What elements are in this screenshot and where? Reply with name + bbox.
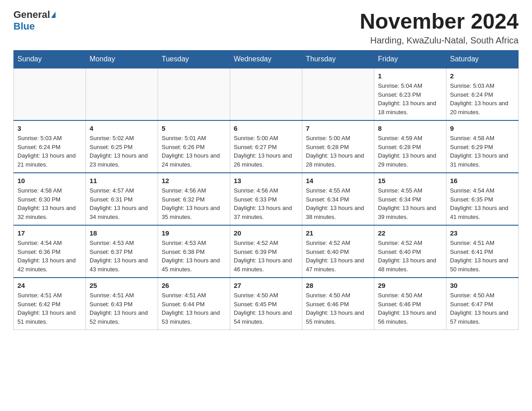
day-info: Sunrise: 4:51 AM Sunset: 6:41 PM Dayligh… xyxy=(450,239,515,274)
day-number: 19 xyxy=(162,229,226,237)
calendar-cell xyxy=(86,68,158,120)
day-number: 21 xyxy=(306,229,370,237)
day-info: Sunrise: 5:03 AM Sunset: 6:24 PM Dayligh… xyxy=(450,81,515,116)
day-info: Sunrise: 4:54 AM Sunset: 6:35 PM Dayligh… xyxy=(450,186,515,221)
title-block: November 2024 Harding, KwaZulu-Natal, So… xyxy=(360,9,519,46)
day-number: 7 xyxy=(306,124,370,132)
calendar-cell: 11Sunrise: 4:57 AM Sunset: 6:31 PM Dayli… xyxy=(86,173,158,225)
day-info: Sunrise: 4:56 AM Sunset: 6:32 PM Dayligh… xyxy=(162,186,226,221)
calendar-table: SundayMondayTuesdayWednesdayThursdayFrid… xyxy=(13,50,519,330)
header-thursday: Thursday xyxy=(302,51,374,68)
calendar-cell: 26Sunrise: 4:51 AM Sunset: 6:44 PM Dayli… xyxy=(158,278,230,330)
calendar-cell: 19Sunrise: 4:53 AM Sunset: 6:38 PM Dayli… xyxy=(158,225,230,278)
day-number: 14 xyxy=(306,177,370,184)
day-info: Sunrise: 4:56 AM Sunset: 6:33 PM Dayligh… xyxy=(234,186,298,221)
day-info: Sunrise: 4:59 AM Sunset: 6:28 PM Dayligh… xyxy=(378,134,442,169)
day-info: Sunrise: 5:04 AM Sunset: 6:23 PM Dayligh… xyxy=(378,81,442,116)
day-number: 12 xyxy=(162,177,226,184)
calendar-cell: 28Sunrise: 4:50 AM Sunset: 6:46 PM Dayli… xyxy=(302,278,374,330)
calendar-cell: 15Sunrise: 4:55 AM Sunset: 6:34 PM Dayli… xyxy=(374,173,446,225)
calendar-cell xyxy=(14,68,86,120)
day-info: Sunrise: 4:51 AM Sunset: 6:42 PM Dayligh… xyxy=(17,291,82,326)
day-number: 11 xyxy=(90,177,154,184)
day-info: Sunrise: 4:54 AM Sunset: 6:36 PM Dayligh… xyxy=(17,239,82,274)
day-info: Sunrise: 5:00 AM Sunset: 6:27 PM Dayligh… xyxy=(234,134,298,169)
calendar-cell: 27Sunrise: 4:50 AM Sunset: 6:45 PM Dayli… xyxy=(230,278,302,330)
day-number: 2 xyxy=(450,72,515,80)
calendar-cell: 10Sunrise: 4:58 AM Sunset: 6:30 PM Dayli… xyxy=(14,173,86,225)
day-info: Sunrise: 4:58 AM Sunset: 6:30 PM Dayligh… xyxy=(17,186,82,221)
logo-triangle-icon xyxy=(51,12,56,18)
calendar-cell: 20Sunrise: 4:52 AM Sunset: 6:39 PM Dayli… xyxy=(230,225,302,278)
calendar-week-4: 17Sunrise: 4:54 AM Sunset: 6:36 PM Dayli… xyxy=(14,225,519,278)
calendar-cell: 23Sunrise: 4:51 AM Sunset: 6:41 PM Dayli… xyxy=(446,225,519,278)
calendar-cell: 13Sunrise: 4:56 AM Sunset: 6:33 PM Dayli… xyxy=(230,173,302,225)
day-number: 20 xyxy=(234,229,298,237)
day-info: Sunrise: 4:58 AM Sunset: 6:29 PM Dayligh… xyxy=(450,134,515,169)
header-friday: Friday xyxy=(374,51,446,68)
day-number: 15 xyxy=(378,177,442,184)
day-info: Sunrise: 4:51 AM Sunset: 6:44 PM Dayligh… xyxy=(162,291,226,326)
day-number: 9 xyxy=(450,124,515,132)
day-info: Sunrise: 4:52 AM Sunset: 6:40 PM Dayligh… xyxy=(306,239,370,274)
header-wednesday: Wednesday xyxy=(230,51,302,68)
calendar-cell: 14Sunrise: 4:55 AM Sunset: 6:34 PM Dayli… xyxy=(302,173,374,225)
main-title: November 2024 xyxy=(360,9,519,34)
calendar-week-5: 24Sunrise: 4:51 AM Sunset: 6:42 PM Dayli… xyxy=(14,278,519,330)
header-sunday: Sunday xyxy=(14,51,86,68)
day-info: Sunrise: 4:50 AM Sunset: 6:45 PM Dayligh… xyxy=(234,291,298,326)
day-number: 10 xyxy=(17,177,82,184)
day-info: Sunrise: 5:01 AM Sunset: 6:26 PM Dayligh… xyxy=(162,134,226,169)
logo-general-text: General xyxy=(13,9,50,21)
day-number: 23 xyxy=(450,229,515,237)
calendar-week-3: 10Sunrise: 4:58 AM Sunset: 6:30 PM Dayli… xyxy=(14,173,519,225)
day-info: Sunrise: 4:50 AM Sunset: 6:46 PM Dayligh… xyxy=(306,291,370,326)
day-number: 27 xyxy=(234,282,298,289)
header-monday: Monday xyxy=(86,51,158,68)
calendar-cell xyxy=(230,68,302,120)
calendar-week-2: 3Sunrise: 5:03 AM Sunset: 6:24 PM Daylig… xyxy=(14,120,519,173)
calendar-cell: 1Sunrise: 5:04 AM Sunset: 6:23 PM Daylig… xyxy=(374,68,446,120)
calendar-header-row: SundayMondayTuesdayWednesdayThursdayFrid… xyxy=(14,51,519,68)
subtitle: Harding, KwaZulu-Natal, South Africa xyxy=(360,35,519,46)
day-info: Sunrise: 5:02 AM Sunset: 6:25 PM Dayligh… xyxy=(90,134,154,169)
day-info: Sunrise: 4:52 AM Sunset: 6:39 PM Dayligh… xyxy=(234,239,298,274)
day-number: 16 xyxy=(450,177,515,184)
day-info: Sunrise: 4:51 AM Sunset: 6:43 PM Dayligh… xyxy=(90,291,154,326)
logo: General Blue xyxy=(13,9,56,32)
day-info: Sunrise: 4:52 AM Sunset: 6:40 PM Dayligh… xyxy=(378,239,442,274)
header-saturday: Saturday xyxy=(446,51,519,68)
calendar-week-1: 1Sunrise: 5:04 AM Sunset: 6:23 PM Daylig… xyxy=(14,68,519,120)
day-number: 22 xyxy=(378,229,442,237)
logo-blue-text: Blue xyxy=(13,21,35,32)
calendar-cell: 6Sunrise: 5:00 AM Sunset: 6:27 PM Daylig… xyxy=(230,120,302,173)
day-number: 1 xyxy=(378,72,442,80)
calendar-cell: 9Sunrise: 4:58 AM Sunset: 6:29 PM Daylig… xyxy=(446,120,519,173)
calendar-cell: 21Sunrise: 4:52 AM Sunset: 6:40 PM Dayli… xyxy=(302,225,374,278)
calendar-cell: 18Sunrise: 4:53 AM Sunset: 6:37 PM Dayli… xyxy=(86,225,158,278)
day-number: 6 xyxy=(234,124,298,132)
header-tuesday: Tuesday xyxy=(158,51,230,68)
day-number: 30 xyxy=(450,282,515,289)
day-number: 28 xyxy=(306,282,370,289)
day-info: Sunrise: 5:00 AM Sunset: 6:28 PM Dayligh… xyxy=(306,134,370,169)
day-info: Sunrise: 5:03 AM Sunset: 6:24 PM Dayligh… xyxy=(17,134,82,169)
day-info: Sunrise: 4:50 AM Sunset: 6:47 PM Dayligh… xyxy=(450,291,515,326)
calendar-cell: 22Sunrise: 4:52 AM Sunset: 6:40 PM Dayli… xyxy=(374,225,446,278)
calendar-cell: 24Sunrise: 4:51 AM Sunset: 6:42 PM Dayli… xyxy=(14,278,86,330)
day-number: 17 xyxy=(17,229,82,237)
calendar-cell: 5Sunrise: 5:01 AM Sunset: 6:26 PM Daylig… xyxy=(158,120,230,173)
day-number: 29 xyxy=(378,282,442,289)
page-header: General Blue November 2024 Harding, KwaZ… xyxy=(13,9,519,46)
day-number: 5 xyxy=(162,124,226,132)
day-info: Sunrise: 4:57 AM Sunset: 6:31 PM Dayligh… xyxy=(90,186,154,221)
calendar-cell: 3Sunrise: 5:03 AM Sunset: 6:24 PM Daylig… xyxy=(14,120,86,173)
day-info: Sunrise: 4:53 AM Sunset: 6:38 PM Dayligh… xyxy=(162,239,226,274)
calendar-cell xyxy=(302,68,374,120)
calendar-cell: 12Sunrise: 4:56 AM Sunset: 6:32 PM Dayli… xyxy=(158,173,230,225)
day-number: 8 xyxy=(378,124,442,132)
day-info: Sunrise: 4:53 AM Sunset: 6:37 PM Dayligh… xyxy=(90,239,154,274)
day-number: 13 xyxy=(234,177,298,184)
day-number: 18 xyxy=(90,229,154,237)
calendar-cell: 17Sunrise: 4:54 AM Sunset: 6:36 PM Dayli… xyxy=(14,225,86,278)
